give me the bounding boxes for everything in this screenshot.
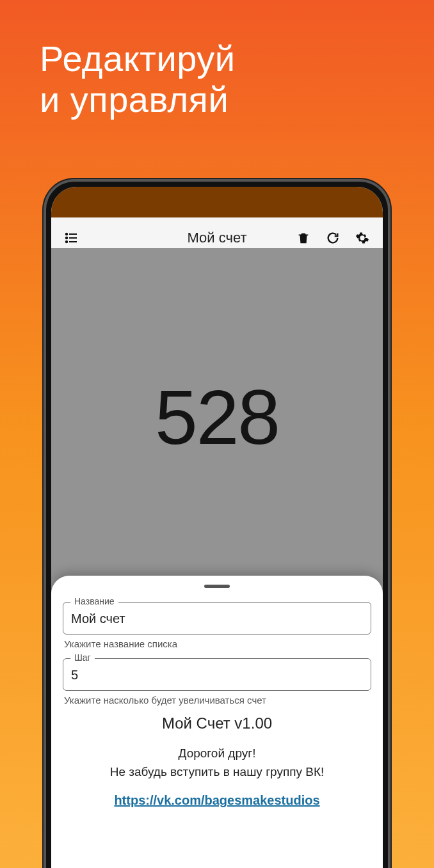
promo-background: Редактируйи управляй Мой счет xyxy=(0,0,434,868)
toolbar-title: Мой счет xyxy=(187,230,246,246)
step-hint: Укажите насколько будет увеличиваться сч… xyxy=(64,695,370,706)
menu-icon[interactable] xyxy=(59,225,84,251)
step-field-wrap: Шаг xyxy=(63,658,371,691)
name-input[interactable] xyxy=(63,602,371,635)
settings-icon[interactable] xyxy=(350,225,375,251)
name-field-wrap: Название xyxy=(63,602,371,635)
counter-display[interactable]: 528 xyxy=(51,258,383,576)
svg-point-4 xyxy=(66,241,67,242)
bottom-sheet: Название Укажите название списка Шаг Ука… xyxy=(51,576,383,868)
step-input[interactable] xyxy=(63,658,371,691)
trash-icon[interactable] xyxy=(291,225,316,251)
step-field-label: Шаг xyxy=(70,652,95,663)
svg-point-0 xyxy=(66,233,67,235)
svg-point-2 xyxy=(66,237,67,239)
greeting-text: Дорогой друг! xyxy=(63,744,371,762)
vk-link[interactable]: https://vk.com/bagesmakestudios xyxy=(63,793,371,808)
name-hint: Укажите название списка xyxy=(64,638,370,649)
reminder-text: Не забудь вступить в нашу группу ВК! xyxy=(63,762,371,781)
name-field-label: Название xyxy=(70,596,118,606)
app-toolbar: Мой счет xyxy=(51,217,383,258)
phone-frame: Мой счет xyxy=(44,179,390,868)
sheet-drag-handle[interactable] xyxy=(204,585,230,588)
counter-value: 528 xyxy=(155,373,279,461)
promo-headline: Редактируйи управляй xyxy=(40,38,235,121)
app-version-label: Мой Счет v1.00 xyxy=(63,714,371,732)
status-bar xyxy=(51,187,383,217)
app-content: Мой счет xyxy=(51,217,383,868)
phone-screen: Мой счет xyxy=(51,187,383,868)
refresh-icon[interactable] xyxy=(320,225,346,251)
